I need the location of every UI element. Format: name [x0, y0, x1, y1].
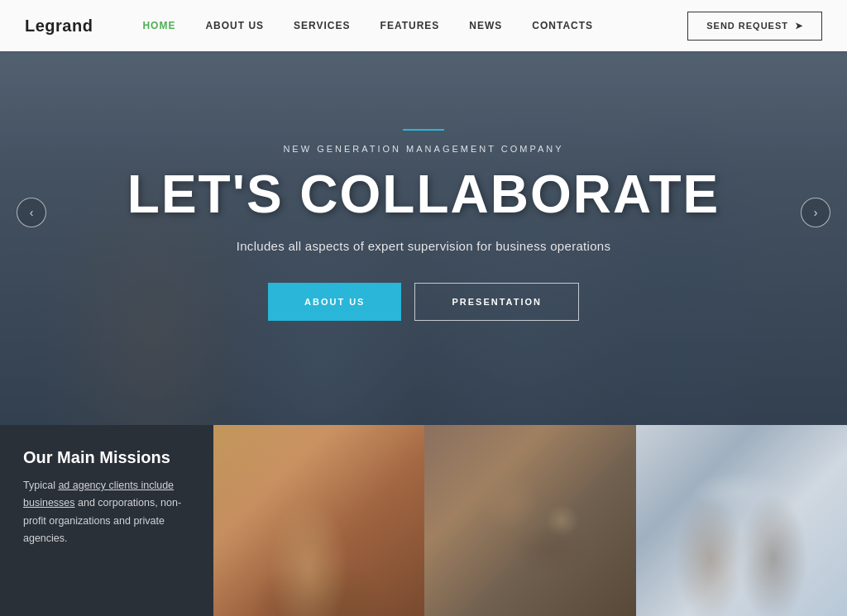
nav-links: HOME ABOUT US SERVICES FEATURES NEWS CON… — [142, 20, 687, 31]
navbar: Legrand HOME ABOUT US SERVICES FEATURES … — [0, 0, 847, 51]
hero-buttons: ABOUT US PRESENTATION — [127, 283, 720, 321]
nav-link-home[interactable]: HOME — [142, 20, 175, 31]
nav-link-about[interactable]: ABOUT US — [205, 20, 264, 31]
hero-description: Includes all aspects of expert supervisi… — [127, 239, 720, 253]
nav-link-services[interactable]: SERVICES — [294, 20, 350, 31]
brand-logo[interactable]: Legrand — [25, 17, 93, 36]
carousel-prev-button[interactable]: ‹ — [17, 198, 46, 227]
hero-section: ‹ NEW GENERATION MANAGEMENT COMPANY LET'… — [0, 0, 847, 425]
missions-text-typical: Typical — [23, 480, 55, 491]
hero-divider — [403, 129, 444, 131]
nav-link-features[interactable]: FEATURES — [380, 20, 440, 31]
hero-content: NEW GENERATION MANAGEMENT COMPANY LET'S … — [127, 104, 720, 321]
nav-link-contacts[interactable]: CONTACTS — [532, 20, 593, 31]
send-request-button[interactable]: SEND REQUEST ➤ — [687, 12, 822, 41]
missions-panel: Our Main Missions Typical ad agency clie… — [0, 425, 213, 616]
hero-title: LET'S COLLABORATE — [127, 167, 720, 222]
photo-grid — [213, 425, 847, 616]
photo-cell-2 — [424, 425, 635, 616]
bottom-section: Our Main Missions Typical ad agency clie… — [0, 425, 847, 616]
presentation-button[interactable]: PRESENTATION — [414, 283, 579, 321]
send-icon: ➤ — [795, 21, 803, 31]
about-us-button[interactable]: ABOUT US — [268, 283, 401, 321]
photo-cell-1 — [213, 425, 424, 616]
missions-text: Typical ad agency clients include busine… — [23, 477, 190, 547]
photo-cell-3 — [636, 425, 847, 616]
missions-title: Our Main Missions — [23, 448, 190, 467]
hero-subtitle: NEW GENERATION MANAGEMENT COMPANY — [127, 144, 720, 154]
carousel-next-button[interactable]: › — [801, 198, 830, 227]
nav-link-news[interactable]: NEWS — [469, 20, 502, 31]
